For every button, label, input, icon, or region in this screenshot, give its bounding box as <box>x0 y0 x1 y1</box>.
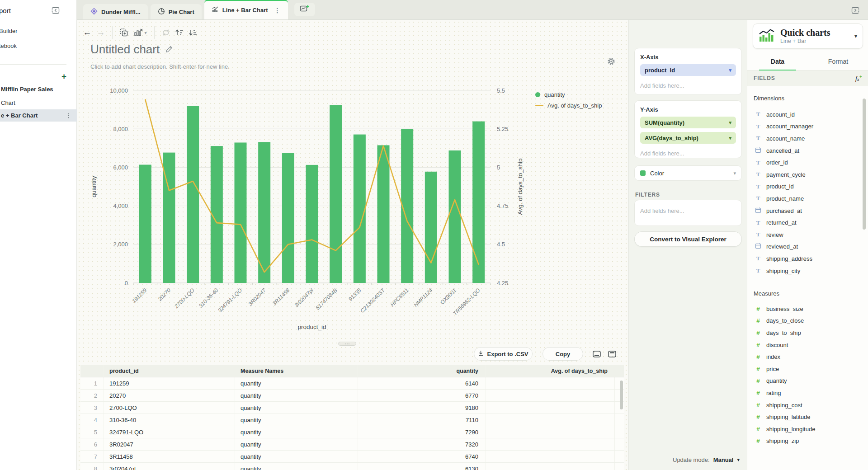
resize-drag-handle[interactable] <box>338 342 356 346</box>
tab-dunder-mifflin[interactable]: Dunder Miffl... <box>83 4 148 19</box>
dimension-item[interactable]: Tshipping_address <box>747 253 868 265</box>
legend-item-quantity[interactable]: quantity <box>535 91 602 98</box>
measure-item[interactable]: #days_to_close <box>747 315 868 327</box>
sidebar-page-mifflin-paper-sales[interactable]: Mifflin Paper Sales <box>0 83 77 95</box>
measure-item[interactable]: #shipping_cost <box>747 399 868 411</box>
measure-item[interactable]: #business_size <box>747 303 868 315</box>
sort-descending-icon[interactable] <box>186 26 200 39</box>
dimension-item[interactable]: Tproduct_name <box>747 193 868 205</box>
fields-scrollbar[interactable] <box>863 99 866 230</box>
dimension-item[interactable]: Taccount_manager <box>747 121 868 133</box>
page-menu-icon[interactable]: ⋮ <box>66 112 71 119</box>
add-formula-icon[interactable]: fx+ <box>855 74 862 83</box>
remove-chart-icon[interactable]: ▾ <box>131 26 150 39</box>
measure-item[interactable]: #quantity <box>747 375 868 387</box>
chevron-down-icon[interactable]: ▾ <box>729 135 731 141</box>
bar-191259[interactable] <box>139 164 151 283</box>
measure-item[interactable]: #shipping_zip <box>747 435 868 447</box>
bar-51747084B[interactable] <box>330 105 342 283</box>
measure-item[interactable]: #index <box>747 351 868 363</box>
y-axis-add-fields[interactable]: Add fields here... <box>640 150 736 157</box>
y-axis-field-sum-quantity[interactable]: SUM(quantity) ▾ <box>640 117 736 128</box>
tab-menu-icon[interactable]: ⋮ <box>274 7 281 14</box>
bar-OX9001[interactable] <box>449 150 461 283</box>
x-axis-field-product-id[interactable]: product_id ▾ <box>640 64 736 76</box>
tab-line-bar-chart[interactable]: Line + Bar Chart ⋮ <box>204 0 288 19</box>
dimension-item[interactable]: Tproduct_id <box>747 181 868 193</box>
measure-item[interactable]: #price <box>747 363 868 375</box>
chevron-down-icon[interactable]: ▾ <box>737 457 740 463</box>
sidebar-item-notebook[interactable]: tebook <box>0 42 17 49</box>
dimension-item[interactable]: Tshipping_city <box>747 265 868 277</box>
dimension-item[interactable]: Treview <box>747 229 868 241</box>
bar-91335[interactable] <box>354 135 366 283</box>
collapse-sidebar-icon[interactable] <box>51 5 61 17</box>
filters-add-fields[interactable]: Add fields here... <box>640 207 736 214</box>
x-axis-label: 310-36-40 <box>198 287 220 309</box>
left-sidebar: port Builder tebook + Mifflin Paper Sale… <box>0 0 77 470</box>
chevron-down-icon[interactable]: ▾ <box>733 170 736 176</box>
column-header[interactable]: Avg. of days_to_ship <box>486 365 615 377</box>
bar-2700-LQO[interactable] <box>187 106 199 283</box>
copy-button[interactable]: Copy <box>542 347 583 361</box>
sidebar-item-builder[interactable]: Builder <box>0 28 17 34</box>
column-header[interactable] <box>80 365 104 377</box>
dimension-item[interactable]: Taccount_name <box>747 132 868 145</box>
bar-3r02047pl[interactable] <box>306 165 318 283</box>
gear-icon[interactable] <box>606 56 617 69</box>
tab-data[interactable]: Data <box>747 54 808 70</box>
column-header[interactable]: quantity <box>358 365 486 377</box>
back-icon[interactable]: ← <box>80 26 94 39</box>
tab-format[interactable]: Format <box>808 54 868 70</box>
chevron-down-icon[interactable]: ▾ <box>729 120 731 126</box>
export-csv-button[interactable]: Export to .CSV <box>474 347 533 361</box>
x-axis-add-fields[interactable]: Add fields here... <box>640 82 736 89</box>
column-header[interactable]: product_id <box>104 365 235 377</box>
dimension-item[interactable]: Tpayment_cycle <box>747 169 868 181</box>
chart-description-placeholder[interactable]: Click to add chart description. Shift-en… <box>90 63 230 70</box>
measure-item[interactable]: #shipping_latitude <box>747 411 868 423</box>
expand-results-icon[interactable] <box>608 350 617 360</box>
measure-item[interactable]: #rating <box>747 387 868 399</box>
color-section[interactable]: Color ▾ <box>634 165 742 181</box>
bar-TR56962-LQO[interactable] <box>472 122 485 283</box>
sort-ascending-icon[interactable] <box>173 26 186 39</box>
field-name: quantity <box>766 377 787 384</box>
legend-item-days-to-ship[interactable]: Avg. of days_to_ship <box>535 102 602 109</box>
bar-3R11458[interactable] <box>282 153 294 283</box>
edit-pencil-icon[interactable] <box>165 42 173 56</box>
dimension-item[interactable]: purchased_at <box>747 205 868 217</box>
x-axis-section: X-Axis product_id ▾ Add fields here... <box>634 48 742 95</box>
add-page-button[interactable]: + <box>61 71 66 81</box>
bar-324791-LQO[interactable] <box>235 142 247 283</box>
sidebar-page-chart[interactable]: Chart <box>0 97 77 109</box>
x-axis-label: 3R11458 <box>271 287 291 307</box>
dimension-item[interactable]: Torder_id <box>747 156 868 169</box>
collapse-results-icon[interactable] <box>592 350 601 360</box>
chart-type-selector[interactable]: Quick charts Line + Bar ▾ <box>753 24 863 49</box>
convert-to-visual-explorer-button[interactable]: Convert to Visual Explorer <box>634 231 742 247</box>
dimension-item[interactable]: cancelled_at <box>747 145 868 157</box>
chevron-down-icon[interactable]: ▾ <box>144 30 146 35</box>
chevron-down-icon[interactable]: ▾ <box>729 67 731 73</box>
measure-item[interactable]: #days_to_ship <box>747 327 868 339</box>
dimension-item[interactable]: reviewed_at <box>747 241 868 253</box>
add-chart-tab-button[interactable] <box>294 3 315 16</box>
dimension-item[interactable]: Taccount_id <box>747 108 868 121</box>
bar-NMP1124[interactable] <box>425 172 437 283</box>
bar-C2130240ST[interactable] <box>377 145 390 283</box>
measure-item[interactable]: #discount <box>747 339 868 351</box>
measure-item[interactable]: #shipping_longitude <box>747 423 868 435</box>
update-mode-value[interactable]: Manual <box>713 456 734 463</box>
chevron-down-icon[interactable]: ▾ <box>854 33 857 39</box>
y-axis-field-avg-days-to-ship[interactable]: AVG(days_to_ship) ▾ <box>640 132 736 144</box>
sidebar-page-line-bar-chart[interactable]: e + Bar Chart ⋮ <box>0 109 77 122</box>
dimension-item[interactable]: Treturned_at <box>747 216 868 229</box>
bar-3R02047[interactable] <box>258 142 270 283</box>
column-header[interactable]: Measure Names <box>235 365 358 377</box>
chart-title[interactable]: Untitled chart <box>90 42 160 56</box>
collapse-right-panel-icon[interactable] <box>850 5 860 17</box>
duplicate-chart-icon[interactable] <box>117 26 131 39</box>
tab-pie-chart[interactable]: Pie Chart <box>151 4 202 19</box>
table-scrollbar[interactable] <box>620 381 623 409</box>
